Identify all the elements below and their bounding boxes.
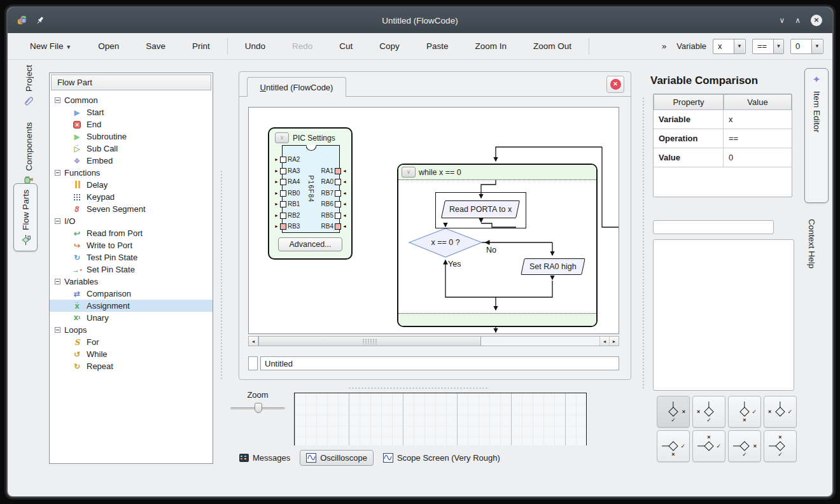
pin-RA0[interactable] [335, 179, 341, 185]
pin-RB6[interactable] [335, 201, 341, 207]
tree-item-unary[interactable]: Unary [50, 312, 213, 324]
document-tab[interactable]: Untitled (FlowCode) [247, 77, 346, 97]
undo-button[interactable]: Undo [232, 41, 279, 51]
tree-item-sub-call[interactable]: Sub Call [50, 143, 213, 155]
document-name-field[interactable]: Untitled [260, 356, 619, 370]
pin-RA1[interactable] [335, 168, 341, 174]
pin-RB0[interactable] [280, 190, 286, 197]
item-editor-list[interactable] [653, 239, 794, 391]
close-icon[interactable]: ✕ [610, 79, 621, 90]
toolbar-overflow-icon[interactable]: » [662, 41, 666, 51]
set-ra0-block[interactable]: Set RA0 high [521, 258, 585, 275]
tree-item-test-pin-state[interactable]: Test Pin State [50, 251, 213, 263]
pin-icon[interactable] [36, 16, 45, 25]
cut-button[interactable]: Cut [326, 41, 366, 51]
name-row-button[interactable] [248, 356, 258, 370]
pin-RB3[interactable] [280, 223, 286, 230]
tab-messages[interactable]: Messages [234, 451, 296, 465]
tab-context-help[interactable]: Context Help [807, 219, 816, 269]
tab-oscilloscope[interactable]: Oscilloscope [300, 450, 374, 466]
chevron-down-icon[interactable]: ▼ [811, 39, 822, 53]
minimize-icon[interactable]: ∨ [779, 16, 785, 25]
close-tab-button[interactable]: ✕ [606, 76, 624, 93]
scroll-right-icon[interactable]: ► [609, 337, 619, 346]
tree-item-assignment[interactable]: Assignment [50, 300, 213, 312]
table-row[interactable]: Operation == [654, 129, 792, 148]
orientation-button-entry-left-yes-right-no-bottom[interactable] [657, 430, 690, 462]
collapse-icon[interactable] [55, 327, 60, 333]
value-combobox-value[interactable]: 0 [791, 39, 811, 53]
orientation-button-entry-top-no-left-yes-right[interactable] [764, 396, 797, 428]
open-button[interactable]: Open [85, 41, 132, 51]
pin-RB2[interactable] [280, 213, 286, 219]
pin-RB7[interactable] [335, 190, 341, 197]
paste-button[interactable]: Paste [413, 41, 462, 51]
property-column-header[interactable]: Property [654, 94, 724, 110]
tree-item-read-from-port[interactable]: Read from Port [50, 227, 213, 239]
scroll-left-icon[interactable]: ◄ [599, 337, 609, 346]
flowchart-canvas[interactable]: ∨ PIC Settings P16F84 ►RA2 ►RA3 RA1◄ ►RA… [248, 107, 619, 334]
orientation-button-entry-left-no-right-yes-bottom[interactable] [728, 430, 761, 462]
chevron-down-icon[interactable]: ▼ [734, 39, 745, 53]
scroll-left-icon[interactable]: ◄ [249, 337, 258, 346]
pin-RA2[interactable] [280, 157, 286, 163]
new-file-dropdown-icon[interactable]: ▼ [66, 44, 71, 50]
zoom-out-button[interactable]: Zoom Out [520, 41, 585, 51]
zoom-slider[interactable] [230, 402, 285, 414]
pin-RA3[interactable] [280, 168, 286, 174]
oscilloscope-plot[interactable] [294, 393, 587, 445]
save-button[interactable]: Save [132, 41, 179, 51]
table-row[interactable]: Value 0 [654, 148, 792, 167]
item-editor-input[interactable] [653, 220, 774, 234]
tab-components[interactable]: Components [17, 122, 41, 185]
horizontal-scrollbar[interactable]: ◄ ◄ ► [248, 336, 619, 346]
tree-item-end[interactable]: End [50, 118, 213, 130]
tree-item-delay[interactable]: Delay [50, 179, 213, 191]
tab-flow-parts[interactable]: Flow Parts [13, 183, 38, 251]
table-row[interactable]: Variable x [654, 110, 792, 129]
operation-combobox-value[interactable]: == [753, 39, 773, 53]
splitter-handle[interactable] [348, 387, 489, 389]
tree-item-embed[interactable]: Embed [50, 155, 213, 167]
collapse-chevron-button[interactable]: ∨ [402, 167, 416, 178]
pin-RA4[interactable] [280, 179, 286, 185]
new-file-button[interactable]: New File ▼ [17, 41, 85, 51]
orientation-button-entry-left-no-top-yes-right[interactable] [692, 430, 725, 462]
maximize-icon[interactable]: ∧ [795, 16, 801, 25]
decision-label[interactable]: x == 0 ? [414, 238, 477, 247]
tab-project[interactable]: Project [17, 65, 41, 106]
variable-combobox[interactable]: x ▼ [713, 39, 746, 54]
operation-combobox[interactable]: == ▼ [752, 39, 784, 54]
tree-item-write-to-port[interactable]: Write to Port [50, 239, 213, 251]
read-porta-block[interactable]: Read PORTA to x [441, 200, 520, 218]
splitter-handle[interactable] [220, 170, 223, 380]
print-button[interactable]: Print [179, 41, 223, 51]
collapse-icon[interactable] [55, 97, 60, 103]
tree-item-for[interactable]: For [50, 336, 213, 348]
tree-item-while[interactable]: While [50, 348, 213, 360]
orientation-button-entry-top-no-left-yes-bottom[interactable] [692, 396, 725, 428]
tab-item-editor[interactable]: ✦ Item Editor [804, 68, 829, 203]
tree-group-io[interactable]: I/O [50, 215, 213, 227]
copy-button[interactable]: Copy [366, 41, 413, 51]
splitter-handle[interactable] [642, 97, 645, 389]
tree-item-repeat[interactable]: Repeat [50, 360, 213, 372]
value-combobox[interactable]: 0 ▼ [790, 39, 823, 54]
collapse-icon[interactable] [55, 218, 60, 224]
tree-item-keypad[interactable]: Keypad [50, 191, 213, 203]
value-column-header[interactable]: Value [724, 94, 792, 110]
zoom-slider-thumb[interactable] [255, 403, 262, 413]
scrollbar-thumb[interactable] [258, 337, 481, 346]
pic-settings-block[interactable]: ∨ PIC Settings P16F84 ►RA2 ►RA3 RA1◄ ►RA… [268, 127, 353, 260]
tree-item-set-pin-state[interactable]: Set Pin State [50, 263, 213, 276]
tree-item-start[interactable]: Start [50, 106, 213, 118]
close-icon[interactable]: ✕ [811, 15, 822, 26]
chevron-down-icon[interactable]: ▼ [773, 39, 783, 53]
tree-group-functions[interactable]: Functions [50, 167, 213, 179]
zoom-in-button[interactable]: Zoom In [461, 41, 520, 51]
tree-group-common[interactable]: Common [50, 94, 213, 106]
orientation-button-entry-left-no-top-yes-bottom[interactable] [764, 430, 797, 462]
collapse-icon[interactable] [55, 279, 60, 284]
collapse-icon[interactable] [55, 170, 60, 176]
tree-item-seven-segment[interactable]: Seven Segment [50, 203, 213, 215]
